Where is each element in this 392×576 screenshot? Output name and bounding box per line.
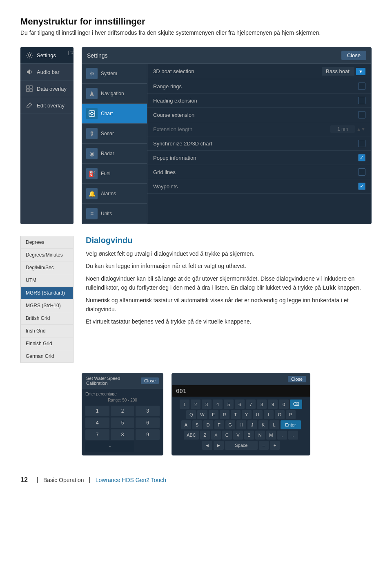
waypoints-checkbox[interactable]: ✓ [358, 183, 365, 190]
kb-o[interactable]: O [275, 410, 285, 419]
settings-nav-units[interactable]: ≡ Units [82, 204, 147, 224]
kb-period[interactable]: . [288, 431, 298, 440]
keypad-2[interactable]: 2 [111, 406, 135, 416]
keypad-9[interactable]: 9 [136, 429, 160, 440]
kb-v[interactable]: V [233, 431, 243, 440]
dropdown-german[interactable]: German Grid [21, 350, 73, 363]
boat-selection-value[interactable]: Bass boat ▼ [322, 67, 365, 76]
kb-5[interactable]: 5 [224, 400, 234, 409]
sidebar-menu: Settings ☞ Audio bar [20, 47, 74, 224]
bass-boat-dropdown-arrow[interactable]: ▼ [356, 68, 365, 75]
sync-chart-label: Synchronize 2D/3D chart [153, 141, 212, 147]
kb-u[interactable]: U [253, 410, 263, 419]
sidebar-item-data[interactable]: Data overlay [20, 80, 74, 97]
svg-rect-2 [30, 86, 32, 88]
kb-enter[interactable]: Enter [281, 420, 301, 429]
kb-t[interactable]: T [231, 410, 241, 419]
kb-w[interactable]: W [197, 410, 207, 419]
kb-e[interactable]: E [209, 410, 218, 419]
kb-right[interactable]: ► [214, 441, 224, 450]
kb-f[interactable]: F [214, 420, 224, 429]
sonar-icon [86, 128, 98, 139]
kb-7[interactable]: 7 [246, 400, 256, 409]
kb-abc[interactable]: ABC [184, 431, 199, 440]
dropdown-degrees-minutes[interactable]: Degrees/Minutes [21, 249, 73, 261]
popup-info-checkbox[interactable]: ✓ [358, 154, 365, 161]
kb-left[interactable]: ◄ [202, 441, 212, 450]
extension-length-arrows[interactable]: ▲▼ [356, 127, 365, 132]
sidebar-item-edit[interactable]: Edit overlay [20, 97, 74, 114]
kb-b[interactable]: B [244, 431, 254, 440]
kb-0[interactable]: 0 [279, 400, 289, 409]
kb-8[interactable]: 8 [257, 400, 267, 409]
kb-4[interactable]: 4 [213, 400, 223, 409]
kb-p[interactable]: P [286, 410, 296, 419]
settings-nav-sonar[interactable]: Sonar [82, 124, 147, 144]
sidebar-data-label: Data overlay [37, 86, 67, 92]
kb-z[interactable]: Z [200, 431, 210, 440]
settings-row-boat: 3D boat selection Bass boat ▼ [147, 64, 371, 79]
dropdown-irish[interactable]: Irish Grid [21, 325, 73, 337]
kb-dash[interactable]: – [259, 441, 269, 450]
kb-d[interactable]: D [203, 420, 213, 429]
keypad-label: Enter percentage [85, 392, 160, 396]
course-extension-checkbox[interactable] [358, 111, 365, 118]
settings-nav-fuel[interactable]: ⛽ Fuel [82, 164, 147, 184]
kb-l[interactable]: L [270, 420, 279, 429]
sidebar-item-settings[interactable]: Settings ☞ [20, 47, 74, 64]
kb-comma[interactable]: , [277, 431, 287, 440]
kb-c[interactable]: C [222, 431, 232, 440]
keypad-6[interactable]: 6 [136, 417, 160, 428]
keypad-7[interactable]: 7 [85, 429, 109, 440]
kb-r[interactable]: R [220, 410, 229, 419]
kb-a[interactable]: A [181, 420, 191, 429]
kb-q[interactable]: Q [186, 410, 196, 419]
range-rings-checkbox[interactable] [358, 83, 365, 90]
kb-s[interactable]: S [192, 420, 202, 429]
kb-h[interactable]: H [236, 420, 246, 429]
keyboard-close-button[interactable]: Close [288, 376, 306, 382]
dropdown-british[interactable]: British Grid [21, 312, 73, 325]
kb-backspace[interactable]: ⌫ [290, 400, 302, 409]
settings-nav-alarms[interactable]: 🔔 Alarms [82, 184, 147, 204]
settings-close-button[interactable]: Close [341, 51, 366, 60]
dropdown-mgrs-standard[interactable]: MGRS (Standard) ☞ [21, 287, 73, 299]
kb-g[interactable]: G [225, 420, 235, 429]
dropdown-deg-min-sec[interactable]: Deg/Min/Sec [21, 261, 73, 274]
dropdown-mgrs-10[interactable]: MGRS (Std+10) [21, 299, 73, 312]
settings-nav: ⚙ System Navigation [82, 64, 147, 224]
keypad-close-button[interactable]: Close [141, 377, 159, 384]
dropdown-finnish[interactable]: Finnish Grid [21, 337, 73, 350]
keypad-8[interactable]: 8 [111, 429, 135, 440]
grid-lines-checkbox[interactable] [358, 168, 365, 176]
kb-9[interactable]: 9 [268, 400, 278, 409]
settings-nav-system[interactable]: ⚙ System [82, 64, 147, 84]
kb-j[interactable]: J [247, 420, 257, 429]
keypad-3[interactable]: 3 [136, 406, 160, 416]
keypad-4[interactable]: 4 [85, 417, 109, 428]
keypad-1[interactable]: 1 [85, 406, 109, 416]
kb-i[interactable]: I [264, 410, 274, 419]
settings-nav-radar[interactable]: ◉ Radar [82, 144, 147, 164]
kb-2[interactable]: 2 [191, 400, 200, 409]
settings-nav-navigation[interactable]: Navigation [82, 84, 147, 104]
kb-m[interactable]: M [266, 431, 276, 440]
kb-6[interactable]: 6 [235, 400, 245, 409]
sidebar-item-audio[interactable]: Audio bar [20, 64, 74, 80]
kb-plus[interactable]: + [270, 441, 280, 450]
sync-chart-checkbox[interactable] [358, 140, 365, 147]
kb-1[interactable]: 1 [180, 400, 189, 409]
kb-3[interactable]: 3 [202, 400, 212, 409]
kb-k[interactable]: K [258, 420, 268, 429]
kb-x[interactable]: X [211, 431, 221, 440]
keypad-minus[interactable]: - [85, 441, 134, 452]
settings-nav-chart[interactable]: Chart [82, 104, 147, 124]
kb-n[interactable]: N [255, 431, 265, 440]
hand-pointer-settings: ☞ [67, 48, 74, 58]
dropdown-utm[interactable]: UTM [21, 274, 73, 287]
dropdown-degrees[interactable]: Degrees [21, 236, 73, 249]
keypad-5[interactable]: 5 [111, 417, 135, 428]
heading-extension-checkbox[interactable] [358, 97, 365, 104]
kb-space[interactable]: Space [225, 441, 258, 450]
kb-y[interactable]: Y [242, 410, 252, 419]
